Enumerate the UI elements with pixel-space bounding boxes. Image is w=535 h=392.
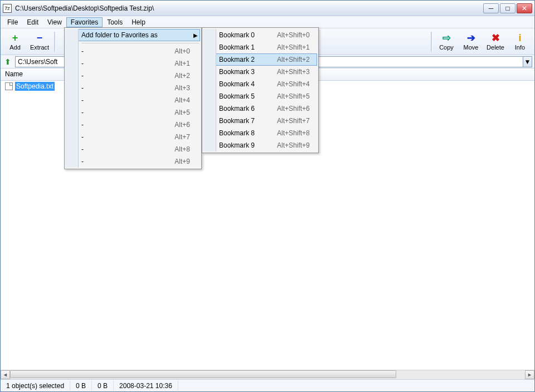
menu-separator [81, 43, 199, 43]
menu-edit[interactable]: Edit [22, 17, 43, 27]
menu-label: - [81, 72, 152, 80]
menu-gutter [65, 29, 79, 168]
menu-label: - [81, 145, 152, 153]
copy-button[interactable]: ⇨Copy [434, 30, 459, 54]
menu-shortcut: Alt+0 [174, 47, 190, 55]
delete-button[interactable]: ✖Delete [483, 30, 508, 54]
extract-icon: − [34, 32, 45, 43]
extract-button[interactable]: −Extract [27, 30, 52, 54]
bookmark-7[interactable]: Bookmark 7Alt+Shift+7 [203, 115, 317, 127]
statusbar: 1 object(s) selected0 B0 B2008-03-21 10:… [1, 379, 534, 391]
add-button-label: Add [9, 44, 21, 51]
menu-label: Bookmark 9 [219, 141, 255, 149]
favorite-slot-4[interactable]: -Alt+4 [66, 94, 200, 106]
delete-icon: ✖ [490, 32, 501, 43]
close-icon: ✕ [522, 4, 527, 12]
menu-shortcut: Alt+Shift+1 [277, 43, 310, 51]
address-text: C:\Users\Soft [18, 58, 57, 66]
bookmark-8[interactable]: Bookmark 8Alt+Shift+8 [203, 127, 317, 139]
menu-shortcut: Alt+Shift+5 [277, 92, 310, 100]
titlebar: 7z C:\Users\Softpedia\Desktop\Softpedia … [1, 1, 534, 16]
favorite-slot-9[interactable]: -Alt+9 [66, 155, 200, 168]
close-button[interactable]: ✕ [517, 3, 532, 13]
menu-shortcut: Alt+Shift+0 [277, 31, 310, 39]
up-folder-icon[interactable]: ⬆ [3, 57, 13, 67]
menu-shortcut: Alt+Shift+9 [277, 141, 310, 149]
menu-label: - [81, 133, 152, 141]
status-cell-2: 0 B [92, 381, 114, 391]
window-controls: ─ □ ✕ [483, 3, 532, 13]
menu-label: - [81, 60, 152, 67]
maximize-button[interactable]: □ [500, 3, 515, 13]
column-header-name[interactable]: Name [1, 68, 65, 80]
menu-shortcut: Alt+7 [174, 133, 190, 141]
menu-label: - [81, 47, 152, 55]
menu-shortcut: Alt+9 [174, 158, 190, 165]
menu-shortcut: Alt+Shift+7 [277, 117, 310, 125]
status-cell-0: 1 object(s) selected [1, 381, 70, 391]
menu-tools[interactable]: Tools [103, 17, 127, 27]
favorite-slot-2[interactable]: -Alt+2 [66, 70, 200, 82]
scroll-right-button[interactable]: ► [525, 370, 534, 379]
favorite-slot-8[interactable]: -Alt+8 [66, 143, 200, 155]
bookmark-3[interactable]: Bookmark 3Alt+Shift+3 [203, 66, 317, 78]
menu-label: Bookmark 7 [219, 117, 255, 125]
copy-button-label: Copy [439, 44, 454, 51]
extract-button-label: Extract [30, 44, 49, 51]
file-name: Softpedia.txt [15, 82, 55, 91]
bookmark-6[interactable]: Bookmark 6Alt+Shift+6 [203, 102, 317, 115]
move-icon: ➔ [465, 32, 476, 43]
toolbar-separator [54, 32, 55, 52]
move-button-label: Move [464, 44, 479, 51]
menu-view[interactable]: View [43, 17, 66, 27]
menu-help[interactable]: Help [127, 17, 150, 27]
favorite-slot-5[interactable]: -Alt+5 [66, 106, 200, 119]
menu-shortcut: Alt+Shift+6 [277, 105, 310, 112]
minimize-button[interactable]: ─ [483, 3, 499, 13]
bookmark-1[interactable]: Bookmark 1Alt+Shift+1 [203, 41, 317, 53]
info-button[interactable]: iInfo [508, 30, 532, 54]
menu-file[interactable]: File [3, 17, 22, 27]
scroll-left-button[interactable]: ◄ [1, 370, 10, 379]
bookmark-2[interactable]: Bookmark 2Alt+Shift+2 [203, 53, 317, 66]
bookmark-submenu: Bookmark 0Alt+Shift+0Bookmark 1Alt+Shift… [202, 27, 319, 153]
menu-label: Bookmark 5 [219, 92, 255, 100]
maximize-icon: □ [505, 4, 509, 12]
scroll-thumb[interactable] [10, 370, 396, 378]
bookmark-4[interactable]: Bookmark 4Alt+Shift+4 [203, 78, 317, 90]
info-button-label: Info [515, 44, 525, 51]
menu-shortcut: Alt+2 [174, 72, 190, 80]
scroll-track[interactable] [10, 370, 525, 379]
menu-label: Bookmark 8 [219, 129, 255, 137]
menu-add-folder-to-favorites[interactable]: Add folder to Favorites as▶ [66, 29, 200, 41]
status-cell-3: 2008-03-21 10:36 [114, 381, 178, 391]
menu-shortcut: Alt+Shift+8 [277, 129, 310, 137]
delete-button-label: Delete [487, 44, 504, 51]
menu-label: Bookmark 6 [219, 105, 255, 112]
horizontal-scrollbar[interactable]: ◄ ► [1, 370, 534, 379]
menu-gutter [202, 29, 216, 151]
menu-shortcut: Alt+4 [174, 96, 190, 104]
favorite-slot-3[interactable]: -Alt+3 [66, 82, 200, 94]
menu-favorites[interactable]: Favorites [66, 17, 103, 27]
add-button[interactable]: +Add [3, 30, 27, 54]
bookmark-9[interactable]: Bookmark 9Alt+Shift+9 [203, 139, 317, 151]
menu-label: Bookmark 4 [219, 80, 255, 88]
favorite-slot-0[interactable]: -Alt+0 [66, 45, 200, 57]
menu-shortcut: Alt+Shift+2 [277, 56, 310, 63]
bookmark-5[interactable]: Bookmark 5Alt+Shift+5 [203, 90, 317, 102]
address-dropdown[interactable]: ▼ [523, 56, 532, 67]
menu-shortcut: Alt+6 [174, 121, 190, 129]
menu-label: Bookmark 0 [219, 31, 255, 39]
menu-shortcut: Alt+3 [174, 84, 190, 92]
favorite-slot-1[interactable]: -Alt+1 [66, 57, 200, 70]
menubar: FileEditViewFavoritesToolsHelp [1, 16, 534, 28]
bookmark-0[interactable]: Bookmark 0Alt+Shift+0 [203, 29, 317, 41]
file-name-cell: Softpedia.txt [1, 81, 65, 91]
file-icon [5, 82, 13, 90]
move-button[interactable]: ➔Move [459, 30, 483, 54]
favorite-slot-6[interactable]: -Alt+6 [66, 119, 200, 131]
menu-label: Bookmark 1 [219, 43, 255, 51]
menu-label: - [81, 96, 152, 104]
favorite-slot-7[interactable]: -Alt+7 [66, 131, 200, 143]
